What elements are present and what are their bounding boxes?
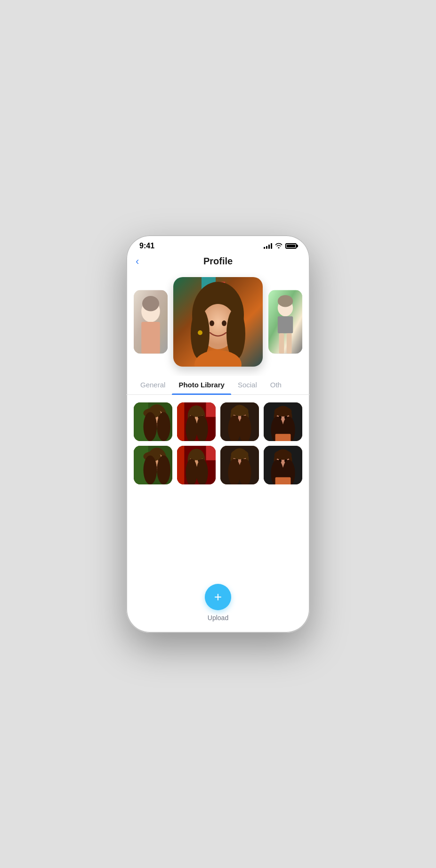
upload-button[interactable]: +	[205, 584, 231, 610]
carousel-right-photo[interactable]	[268, 290, 302, 354]
grid-row-2	[134, 446, 302, 484]
signal-icon	[264, 243, 272, 249]
svg-rect-68	[206, 446, 216, 460]
svg-point-45	[231, 406, 249, 416]
grid-photo-7[interactable]	[220, 446, 259, 484]
svg-point-10	[222, 320, 226, 326]
photo-grid	[126, 395, 310, 576]
phone-frame: 9:41 ‹ Profile	[126, 235, 310, 633]
wifi-icon	[275, 242, 283, 250]
carousel-left-photo[interactable]	[134, 290, 168, 354]
carousel-main-photo[interactable]	[173, 277, 263, 367]
svg-point-37	[189, 407, 204, 417]
svg-rect-18	[278, 316, 293, 333]
nav-header: ‹ Profile	[126, 254, 310, 272]
svg-point-2	[142, 296, 159, 311]
svg-rect-32	[206, 402, 216, 417]
grid-row-1	[134, 402, 302, 441]
svg-point-73	[189, 450, 204, 460]
back-button[interactable]: ‹	[136, 255, 139, 268]
grid-photo-8[interactable]	[264, 446, 302, 484]
photo-carousel	[126, 272, 310, 376]
svg-point-53	[275, 407, 292, 417]
svg-rect-19	[279, 333, 284, 353]
svg-rect-56	[275, 434, 291, 441]
svg-rect-20	[287, 333, 292, 353]
status-icons	[264, 242, 297, 250]
svg-rect-31	[177, 402, 184, 441]
upload-label: Upload	[208, 614, 228, 622]
svg-rect-67	[177, 446, 184, 484]
svg-point-28	[144, 412, 157, 442]
svg-point-64	[144, 456, 157, 485]
tabs-container: General Photo Library Social Oth	[126, 376, 310, 395]
svg-point-12	[226, 308, 245, 360]
upload-section: + Upload	[126, 576, 310, 633]
tab-other[interactable]: Oth	[264, 376, 288, 394]
svg-point-17	[278, 295, 293, 307]
upload-plus-icon: +	[214, 590, 222, 604]
page-title: Profile	[203, 256, 233, 267]
svg-rect-3	[141, 322, 160, 354]
tab-photo-library[interactable]: Photo Library	[172, 376, 231, 394]
grid-photo-3[interactable]	[220, 402, 259, 441]
tab-social[interactable]: Social	[231, 376, 264, 394]
battery-icon	[285, 243, 297, 249]
status-bar: 9:41	[126, 235, 310, 254]
grid-photo-1[interactable]	[134, 402, 172, 441]
grid-photo-4[interactable]	[264, 402, 302, 441]
tabs-inner: General Photo Library Social Oth	[126, 376, 310, 395]
svg-rect-92	[275, 477, 291, 484]
svg-point-81	[231, 450, 249, 459]
svg-point-89	[275, 450, 292, 460]
svg-point-9	[210, 320, 214, 326]
svg-point-65	[157, 456, 170, 485]
tab-general[interactable]: General	[134, 376, 172, 394]
svg-point-29	[157, 412, 170, 442]
svg-point-14	[198, 330, 202, 335]
grid-photo-5[interactable]	[134, 446, 172, 484]
grid-photo-6[interactable]	[177, 446, 216, 484]
status-time: 9:41	[139, 242, 154, 250]
grid-photo-2[interactable]	[177, 402, 216, 441]
